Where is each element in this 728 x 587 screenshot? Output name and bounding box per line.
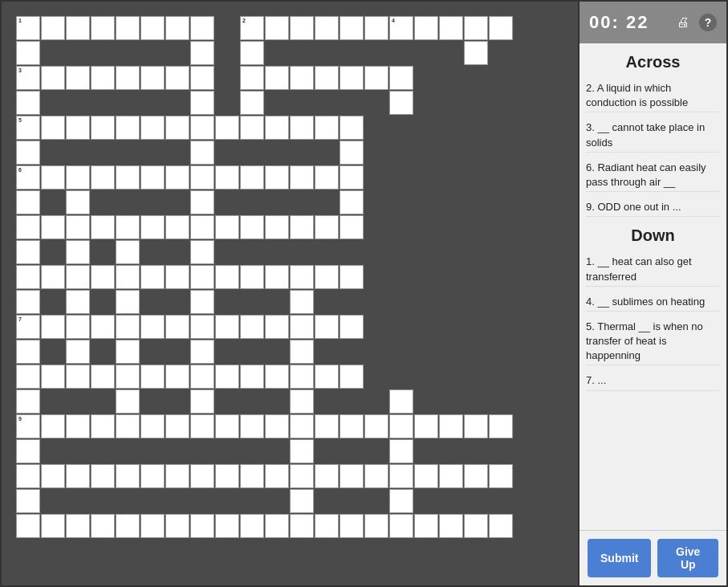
cell-4-15[interactable]: [91, 365, 115, 389]
cell-7-19[interactable]: [165, 464, 189, 488]
cell-19-1[interactable]: [464, 16, 488, 40]
cell-8-17[interactable]: [190, 414, 214, 438]
cell-11-3[interactable]: [265, 66, 289, 90]
cell-14-17[interactable]: [340, 414, 364, 438]
cell-3-3[interactable]: [66, 66, 90, 90]
cell-1-5[interactable]: 5: [16, 116, 40, 140]
cell-6-17[interactable]: [140, 414, 165, 438]
cell-3-7[interactable]: [66, 165, 90, 190]
cell-7-11[interactable]: [165, 265, 189, 289]
cell-9-13[interactable]: [215, 315, 239, 339]
cell-9-21[interactable]: [215, 514, 239, 538]
cell-11-1[interactable]: [265, 16, 289, 40]
cell-13-13[interactable]: [315, 315, 339, 339]
cell-1-7[interactable]: 6: [16, 165, 40, 190]
cell-12-19[interactable]: [290, 464, 314, 488]
cell-13-15[interactable]: [315, 365, 339, 389]
cell-3-12[interactable]: [66, 290, 90, 314]
cell-9-19[interactable]: [215, 464, 239, 488]
cell-16-1[interactable]: 4: [389, 16, 413, 40]
cell-7-1[interactable]: [165, 16, 189, 40]
cell-7-13[interactable]: [165, 315, 189, 339]
cell-4-13[interactable]: [91, 315, 115, 339]
cell-9-11[interactable]: [215, 265, 239, 289]
cell-10-4[interactable]: [240, 91, 264, 115]
cell-10-9[interactable]: [240, 215, 264, 239]
cell-6-11[interactable]: [140, 265, 165, 289]
cell-9-17[interactable]: [215, 414, 239, 438]
cell-13-21[interactable]: [315, 514, 339, 538]
cell-14-11[interactable]: [340, 265, 364, 289]
submit-button[interactable]: Submit: [588, 539, 651, 577]
cell-13-1[interactable]: [315, 16, 339, 40]
cell-14-8[interactable]: [340, 190, 364, 214]
cell-1-19[interactable]: [16, 464, 40, 488]
cell-12-11[interactable]: [290, 265, 314, 289]
clue-across-3[interactable]: 3. __ cannot take place in solids: [586, 119, 720, 152]
cell-3-11[interactable]: [66, 265, 90, 289]
cell-10-1[interactable]: 2: [240, 16, 264, 40]
cell-18-17[interactable]: [439, 414, 463, 438]
cell-14-19[interactable]: [340, 464, 364, 488]
cell-6-5[interactable]: [140, 116, 165, 140]
cell-13-7[interactable]: [315, 165, 339, 190]
cell-8-16[interactable]: [190, 389, 214, 414]
cell-18-21[interactable]: [439, 514, 463, 538]
cell-8-11[interactable]: [190, 265, 214, 289]
cell-8-8[interactable]: [190, 190, 214, 214]
cell-3-14[interactable]: [66, 340, 90, 364]
cell-10-13[interactable]: [240, 315, 264, 339]
cell-3-21[interactable]: [66, 514, 90, 538]
cell-20-19[interactable]: [489, 464, 513, 488]
cell-5-3[interactable]: [116, 66, 140, 90]
cell-2-21[interactable]: [41, 514, 65, 538]
cell-10-21[interactable]: [240, 514, 264, 538]
cell-4-5[interactable]: [91, 116, 115, 140]
cell-7-21[interactable]: [165, 514, 189, 538]
cell-3-1[interactable]: [66, 16, 90, 40]
cell-8-21[interactable]: [190, 514, 214, 538]
cell-12-15[interactable]: [290, 365, 314, 389]
cell-2-1[interactable]: [41, 16, 65, 40]
cell-10-15[interactable]: [240, 365, 264, 389]
print-icon[interactable]: 🖨: [673, 13, 693, 32]
cell-19-21[interactable]: [464, 514, 488, 538]
cell-13-19[interactable]: [315, 464, 339, 488]
cell-9-15[interactable]: [215, 365, 239, 389]
cell-3-19[interactable]: [66, 464, 90, 488]
cell-1-1[interactable]: 1: [16, 16, 40, 40]
cell-8-7[interactable]: [190, 165, 214, 190]
cell-3-13[interactable]: [66, 315, 90, 339]
cell-12-20[interactable]: [290, 489, 314, 513]
cell-2-11[interactable]: [41, 265, 65, 289]
cell-5-5[interactable]: [116, 116, 140, 140]
cell-8-12[interactable]: [190, 290, 214, 314]
cell-1-11[interactable]: [16, 265, 40, 289]
cell-3-10[interactable]: [66, 240, 90, 264]
cell-4-11[interactable]: [91, 265, 115, 289]
cell-1-18[interactable]: [16, 439, 40, 463]
cell-15-1[interactable]: [364, 16, 388, 40]
cell-9-7[interactable]: [215, 165, 239, 190]
cell-12-3[interactable]: [290, 66, 314, 90]
cell-5-12[interactable]: [116, 290, 140, 314]
cell-12-7[interactable]: [290, 165, 314, 190]
cell-10-2[interactable]: [240, 41, 264, 65]
clue-across-2[interactable]: 2. A liquid in which conduction is possi…: [586, 79, 720, 112]
cell-14-9[interactable]: [340, 215, 364, 239]
cell-1-15[interactable]: [16, 365, 40, 389]
cell-5-19[interactable]: [116, 464, 140, 488]
cell-16-17[interactable]: [389, 414, 413, 438]
cell-15-17[interactable]: [364, 414, 388, 438]
cell-17-21[interactable]: [414, 514, 438, 538]
cell-17-17[interactable]: [414, 414, 438, 438]
cell-3-17[interactable]: [66, 414, 90, 438]
cell-5-14[interactable]: [116, 340, 140, 364]
cell-6-13[interactable]: [140, 315, 165, 339]
cell-19-19[interactable]: [464, 464, 488, 488]
cell-12-21[interactable]: [290, 514, 314, 538]
clue-across-6[interactable]: 6. Radiant heat can easily pass through …: [586, 159, 720, 192]
cell-11-17[interactable]: [265, 414, 289, 438]
cell-4-1[interactable]: [91, 16, 115, 40]
cell-4-7[interactable]: [91, 165, 115, 190]
